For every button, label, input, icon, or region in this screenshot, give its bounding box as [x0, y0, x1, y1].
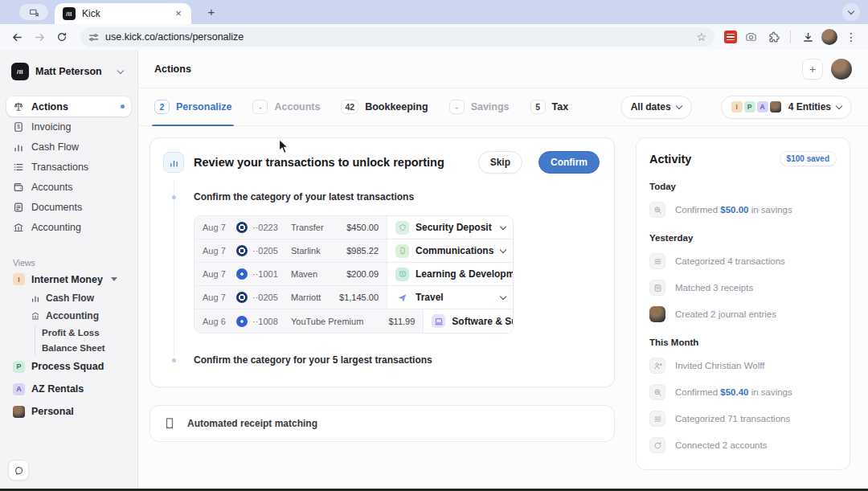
extensions-puzzle-icon[interactable] — [764, 28, 782, 46]
sidebar-item-accounts[interactable]: Accounts — [6, 177, 131, 197]
account-number: ··1001 — [252, 269, 286, 279]
new-tab-button[interactable]: + — [203, 3, 220, 21]
bookmark-star-icon[interactable]: ☆ — [696, 31, 706, 43]
close-icon[interactable]: × — [172, 7, 185, 20]
skip-button[interactable]: Skip — [478, 151, 522, 174]
workspace-switcher[interactable]: /II Matt Peterson — [0, 59, 137, 88]
account-number: ··0205 — [252, 246, 286, 256]
sidebar-item-invoicing[interactable]: $ Invoicing — [6, 117, 131, 137]
report-chart-icon — [163, 152, 184, 173]
url-text[interactable]: use.kick.co/actions/personalize — [105, 31, 690, 43]
support-chat-button[interactable] — [8, 460, 29, 481]
activity-panel: Activity $100 saved Today Confirmed $50.… — [636, 137, 850, 470]
activity-text: Connected 2 accounts — [675, 440, 767, 450]
sidebar-item-accounting[interactable]: Accounting — [6, 217, 131, 237]
tab-savings[interactable]: - Savings — [449, 88, 510, 125]
laptop-icon — [432, 314, 445, 328]
transaction-date: Aug 7 — [203, 223, 231, 232]
caret-down-icon — [111, 277, 117, 281]
page-title: Actions — [154, 63, 802, 75]
view-item-label: Cash Flow — [46, 293, 94, 304]
forward-button[interactable] — [31, 28, 48, 46]
add-button[interactable]: + — [802, 59, 823, 80]
browser-menu-icon[interactable]: ⋮ — [842, 31, 860, 43]
magnifier-plus-icon — [649, 384, 665, 400]
browser-tab[interactable]: /II Kick × — [55, 3, 191, 24]
dates-filter-dropdown[interactable]: All dates — [620, 96, 692, 119]
tab-group-button[interactable] — [19, 4, 48, 20]
back-button[interactable] — [8, 28, 26, 46]
mouse-cursor — [278, 138, 290, 158]
screenshot-camera-icon[interactable] — [742, 28, 760, 46]
step-text: Confirm the category for your 5 largest … — [194, 354, 432, 366]
shield-icon — [395, 221, 409, 235]
address-bar[interactable]: use.kick.co/actions/personalize ☆ — [80, 27, 714, 47]
sidebar-view-internet-money[interactable]: I Internet Money — [0, 268, 137, 289]
sidebar-entity-process-squad[interactable]: P Process Squad — [0, 355, 137, 378]
sidebar-item-label: Accounting — [31, 222, 81, 233]
extension-icon-red[interactable] — [724, 31, 737, 43]
sidebar-item-transactions[interactable]: Transactions — [6, 157, 131, 177]
transaction-details: Aug 7 ··0205 Marriott $1,145.00 — [194, 286, 387, 309]
activity-text: Categorized 71 transactions — [675, 414, 790, 423]
entity-label: Internet Money — [31, 274, 103, 285]
automated-receipt-matching-card[interactable]: Automated receipt matching — [149, 405, 615, 442]
bank-icon — [236, 292, 248, 303]
transaction-row: Aug 7 ··0205 Marriott $1,145.00 Travel — [194, 286, 513, 309]
reload-button[interactable] — [53, 28, 71, 46]
laptop-user-icon — [29, 7, 39, 18]
entity-label: AZ Rentals — [31, 383, 84, 395]
sidebar-item-documents[interactable]: Documents — [6, 197, 131, 217]
rail-cell — [163, 195, 184, 199]
category-select[interactable]: Security Deposit — [387, 216, 513, 239]
category-select[interactable]: Travel — [387, 286, 513, 309]
site-settings-icon[interactable] — [88, 32, 99, 43]
account-number: ··0205 — [252, 293, 286, 302]
tab-personalize[interactable]: 2 Personalize — [154, 88, 231, 125]
category-select[interactable]: Learning & Development — [387, 263, 514, 285]
sidebar-view-profit-loss[interactable]: Profit & Loss — [0, 325, 137, 340]
tab-tax[interactable]: 5 Tax — [530, 88, 569, 125]
book-icon — [395, 268, 409, 281]
category-label: Security Deposit — [416, 222, 494, 233]
invoice-icon: $ — [13, 121, 24, 133]
receipt-icon — [163, 417, 176, 430]
sidebar-view-accounting[interactable]: Accounting — [0, 307, 137, 325]
downloads-icon[interactable] — [799, 28, 817, 46]
tab-bookkeeping[interactable]: 42 Bookkeeping — [341, 88, 428, 125]
entities-filter-dropdown[interactable]: I P A 4 Entities — [721, 96, 852, 119]
kick-app: /II Matt Peterson Actions $ Invoicing Ca… — [0, 50, 868, 489]
sidebar-item-cash-flow[interactable]: Cash Flow — [6, 137, 131, 157]
tab-count-badge: 5 — [530, 100, 546, 114]
tab-accounts[interactable]: - Accounts — [252, 88, 320, 125]
user-avatar[interactable] — [831, 59, 852, 80]
workspace-name: Matt Peterson — [35, 66, 112, 77]
activity-text-pre: Categorized 71 transactions — [675, 414, 790, 423]
activity-text: Categorized 4 transactions — [675, 256, 785, 266]
activity-text: Confirmed $50.00 in savings — [675, 205, 792, 215]
actions-column: Review your transactions to unlock repor… — [149, 137, 615, 489]
transaction-amount: $200.09 — [332, 269, 379, 279]
sidebar-nav: Actions $ Invoicing Cash Flow Transactio… — [0, 96, 137, 237]
sidebar-view-cash-flow[interactable]: Cash Flow — [0, 289, 137, 307]
activity-text-pre: Categorized 4 transactions — [675, 256, 785, 266]
activity-text-post: in savings — [748, 387, 792, 397]
browser-profile-avatar[interactable] — [821, 29, 837, 45]
tab-list-button[interactable] — [842, 3, 860, 21]
category-select[interactable]: Software & Subscriptions — [424, 309, 514, 333]
sidebar-item-actions[interactable]: Actions — [6, 96, 131, 117]
person-plus-icon — [649, 358, 665, 374]
activity-text: Confirmed $50.40 in savings — [675, 387, 792, 397]
transaction-date: Aug 7 — [203, 269, 231, 279]
confirm-button[interactable]: Confirm — [538, 151, 600, 174]
chevron-down-icon — [500, 223, 506, 229]
sidebar-entity-az-rentals[interactable]: A AZ Rentals — [0, 378, 137, 400]
sidebar-entity-personal[interactable]: Personal — [0, 400, 137, 423]
document-icon — [13, 202, 24, 213]
merchant-name: Maven — [291, 269, 327, 279]
category-select[interactable]: Communications — [387, 239, 513, 262]
bank-icon — [236, 268, 248, 280]
sidebar-view-balance-sheet[interactable]: Balance Sheet — [0, 340, 137, 355]
activity-text-pre: Connected 2 accounts — [675, 440, 767, 450]
view-subitem-label: Balance Sheet — [42, 343, 105, 353]
